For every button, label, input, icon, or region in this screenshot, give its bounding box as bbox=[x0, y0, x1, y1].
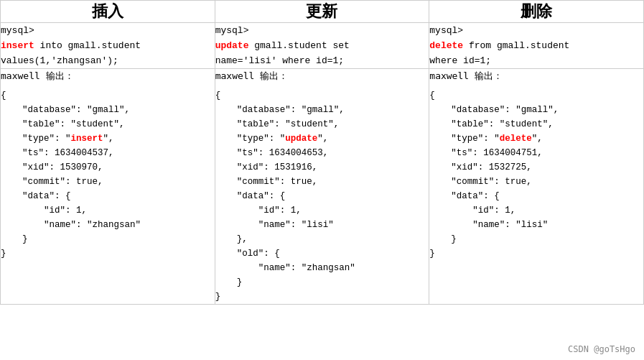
json-line: "xid": 1530970, bbox=[1, 162, 103, 172]
json-line: } bbox=[1, 249, 6, 259]
json-line: "name": "lisi" bbox=[429, 220, 548, 230]
json-line: } bbox=[429, 249, 435, 259]
json-line: "table": "student", bbox=[429, 119, 554, 129]
json-line: "data": { bbox=[215, 191, 286, 201]
json-line: "id": 1, bbox=[215, 206, 302, 216]
json-keyword-update: update bbox=[285, 134, 317, 144]
json-line: "table": "student", bbox=[215, 119, 340, 129]
mysql-prefix-delete: mysql> bbox=[429, 25, 463, 36]
json-line: "ts": 1634004751, bbox=[429, 148, 543, 158]
mysql-keyword-update: update bbox=[215, 40, 249, 51]
mysql-cell-update: mysql> update gmall.student set name='li… bbox=[215, 23, 429, 69]
json-line: "ts": 1634004653, bbox=[215, 148, 329, 158]
json-line: { bbox=[1, 91, 6, 101]
json-line: "ts": 1634004537, bbox=[1, 148, 114, 158]
json-keyword-insert: insert bbox=[71, 134, 103, 144]
json-line: "old": { bbox=[215, 249, 280, 259]
json-line: "table": "student", bbox=[1, 119, 125, 129]
mysql-cell-delete: mysql> delete from gmall.student where i… bbox=[429, 23, 644, 69]
header-insert: 插入 bbox=[1, 1, 215, 23]
maxwell-cell-insert: maxwell 输出：{ "database": "gmall", "table… bbox=[1, 69, 215, 304]
json-line: { bbox=[429, 91, 435, 101]
maxwell-label-update: maxwell 输出： bbox=[215, 69, 429, 83]
mysql-prefix-update: mysql> bbox=[215, 25, 249, 36]
json-line: "type": "insert", bbox=[1, 134, 114, 144]
maxwell-cell-delete: maxwell 输出：{ "database": "gmall", "table… bbox=[429, 69, 644, 304]
maxwell-label-insert: maxwell 输出： bbox=[1, 69, 215, 83]
mysql-prefix-insert: mysql> bbox=[1, 25, 34, 36]
json-line: "type": "update", bbox=[215, 134, 329, 144]
comparison-table: 插入更新删除 mysql> insert into gmall.student … bbox=[0, 0, 644, 305]
json-line: "name": "zhangsan" bbox=[215, 263, 355, 273]
json-line: "name": "zhangsan" bbox=[1, 220, 141, 230]
json-line: }, bbox=[215, 234, 248, 244]
json-block-update: { "database": "gmall", "table": "student… bbox=[215, 88, 429, 304]
json-line: "id": 1, bbox=[1, 206, 87, 216]
mysql-keyword-delete: delete bbox=[429, 40, 463, 51]
json-line: "database": "gmall", bbox=[1, 105, 130, 115]
json-line: { bbox=[215, 91, 221, 101]
json-line: "data": { bbox=[429, 191, 500, 201]
json-line: "xid": 1532725, bbox=[429, 162, 532, 172]
json-block-insert: { "database": "gmall", "table": "student… bbox=[1, 88, 215, 261]
maxwell-cell-update: maxwell 输出：{ "database": "gmall", "table… bbox=[215, 69, 429, 304]
json-line: "xid": 1531916, bbox=[215, 162, 318, 172]
watermark: CSDN @goTsHgo bbox=[568, 344, 635, 354]
json-keyword-delete: delete bbox=[500, 134, 532, 144]
json-line: } bbox=[215, 292, 221, 302]
json-line: "type": "delete", bbox=[429, 134, 543, 144]
json-line: "name": "lisi" bbox=[215, 220, 334, 230]
mysql-keyword-insert: insert bbox=[1, 40, 34, 51]
json-line: "commit": true, bbox=[1, 177, 103, 187]
json-block-delete: { "database": "gmall", "table": "student… bbox=[429, 88, 643, 261]
json-line: } bbox=[1, 234, 28, 244]
json-line: "id": 1, bbox=[429, 206, 515, 216]
json-line: } bbox=[429, 234, 457, 244]
json-line: } bbox=[215, 277, 243, 287]
header-delete: 删除 bbox=[429, 1, 644, 23]
json-line: "database": "gmall", bbox=[429, 105, 559, 115]
header-update: 更新 bbox=[215, 1, 429, 23]
mysql-cell-insert: mysql> insert into gmall.student values(… bbox=[1, 23, 215, 69]
json-line: "commit": true, bbox=[215, 177, 318, 187]
json-line: "commit": true, bbox=[429, 177, 532, 187]
maxwell-label-delete: maxwell 输出： bbox=[429, 69, 643, 83]
json-line: "database": "gmall", bbox=[215, 105, 345, 115]
json-line: "data": { bbox=[1, 191, 71, 201]
